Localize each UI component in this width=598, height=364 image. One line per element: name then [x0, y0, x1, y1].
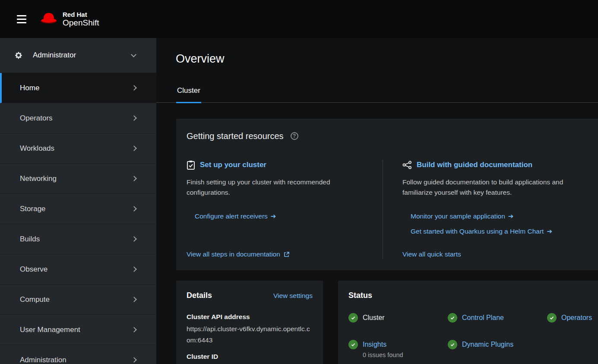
arrow-right-icon: ➔: [508, 212, 514, 220]
arrow-right-icon: ➔: [547, 228, 552, 235]
hamburger-icon: [17, 15, 26, 16]
check-circle-icon: [547, 313, 557, 323]
status-card: Status View alerts Cluster: [338, 281, 598, 364]
status-item-insights: Insights 0 issues found: [348, 340, 448, 358]
clipboard-check-icon: [187, 160, 195, 170]
view-settings-link[interactable]: View settings: [273, 292, 313, 300]
view-all-quick-starts-link[interactable]: View all quick starts: [402, 250, 598, 259]
setup-cluster-column: Set up your cluster Finish setting up yo…: [187, 160, 383, 259]
brand-line1: Red Hat: [63, 11, 99, 18]
chevron-right-icon: [131, 266, 137, 272]
control-plane-link[interactable]: Control Plane: [462, 313, 504, 323]
page-title: Overview: [176, 51, 598, 66]
perspective-switcher[interactable]: Administrator: [0, 44, 156, 66]
setup-cluster-link[interactable]: Set up your cluster: [200, 161, 266, 169]
gear-icon: [14, 51, 23, 60]
brand-line2: OpenShift: [63, 18, 99, 28]
sidebar-item-user-management[interactable]: User Management: [0, 315, 156, 345]
sidebar-item-networking[interactable]: Networking: [0, 164, 156, 194]
monitor-sample-app-link[interactable]: Monitor your sample application ➔: [402, 212, 598, 221]
check-circle-icon: [448, 313, 457, 323]
sidebar-item-storage[interactable]: Storage: [0, 194, 156, 224]
chevron-right-icon: [131, 357, 137, 363]
arrow-right-icon: ➔: [271, 212, 276, 220]
details-card: Details View settings Cluster API addres…: [176, 281, 323, 364]
external-link-icon: [284, 252, 289, 257]
configure-alert-receivers-link[interactable]: Configure alert receivers ➔: [187, 212, 361, 221]
redhat-openshift-logo: Red Hat OpenShift: [39, 11, 99, 28]
check-circle-icon: [448, 340, 457, 349]
chevron-right-icon: [131, 297, 137, 302]
chevron-right-icon: [131, 115, 137, 121]
insights-link[interactable]: Insights: [363, 341, 386, 348]
operators-link[interactable]: Operators: [561, 313, 592, 323]
chevron-right-icon: [131, 236, 137, 242]
build-guided-docs-link[interactable]: Build with guided documentation: [417, 161, 532, 169]
getting-started-title: Getting started resources: [187, 131, 284, 141]
getting-started-card: Getting started resources ? Set: [176, 119, 598, 270]
view-all-steps-link[interactable]: View all steps in documentation: [187, 250, 361, 259]
sidebar-item-builds[interactable]: Builds: [0, 224, 156, 254]
sidebar-item-home[interactable]: Home: [0, 73, 156, 103]
quarkus-helm-chart-link[interactable]: Get started with Quarkus using a Helm Ch…: [402, 227, 598, 236]
nav-toggle-button[interactable]: [14, 13, 29, 26]
guided-documentation-column: Build with guided documentation Follow g…: [383, 160, 598, 259]
tab-cluster[interactable]: Cluster: [176, 86, 201, 103]
check-circle-icon: [348, 313, 358, 323]
chevron-right-icon: [131, 176, 137, 181]
setup-cluster-body: Finish setting up your cluster with reco…: [187, 177, 361, 198]
insights-issues-count: 0 issues found: [363, 351, 403, 358]
check-circle-icon: [348, 340, 358, 349]
status-item-operators: Operators: [547, 313, 598, 323]
overview-tabs: Cluster: [156, 86, 598, 103]
chevron-right-icon: [131, 85, 137, 91]
status-item-cluster: Cluster: [348, 313, 448, 323]
sidebar-item-observe[interactable]: Observe: [0, 254, 156, 285]
help-icon[interactable]: ?: [291, 132, 298, 140]
main-content: Overview Cluster Getting started resourc…: [156, 38, 598, 364]
chevron-right-icon: [131, 206, 137, 212]
cluster-api-address-label: Cluster API address: [187, 313, 313, 321]
sidebar-item-administration[interactable]: Administration: [0, 345, 156, 364]
status-item-control-plane: Control Plane: [448, 313, 547, 323]
chevron-right-icon: [131, 146, 137, 151]
cluster-id-label: Cluster ID: [187, 353, 313, 361]
guided-documentation-icon: [402, 161, 412, 169]
masthead: Red Hat OpenShift: [0, 0, 598, 38]
sidebar-item-operators[interactable]: Operators: [0, 103, 156, 133]
status-item-dynamic-plugins: Dynamic Plugins: [448, 340, 547, 358]
cluster-api-address-value: https://api.cluster-v6fkv.dynamic.opentl…: [187, 323, 313, 346]
dynamic-plugins-link[interactable]: Dynamic Plugins: [462, 340, 513, 349]
sidebar-items: Home Operators Workloads Networking Stor…: [0, 73, 156, 364]
perspective-label: Administrator: [33, 51, 132, 60]
sidebar-item-compute[interactable]: Compute: [0, 285, 156, 315]
chevron-down-icon: [131, 52, 136, 57]
guided-docs-body: Follow guided documentation to build app…: [402, 177, 592, 198]
details-title: Details: [187, 291, 212, 300]
red-fedora-icon: [39, 12, 58, 26]
status-title: Status: [348, 291, 372, 300]
sidebar-item-workloads[interactable]: Workloads: [0, 133, 156, 164]
chevron-right-icon: [131, 327, 137, 332]
sidebar-nav: Administrator Home Operators Workloads N…: [0, 38, 156, 364]
